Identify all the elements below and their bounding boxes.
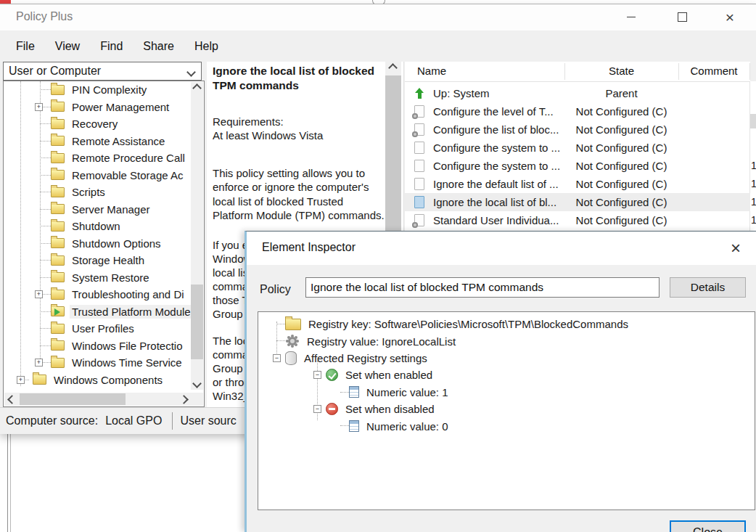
element-inspector-dialog: Element Inspector × Policy Details Regis…	[245, 231, 756, 532]
set-when-disabled-node[interactable]: Set when disabled	[258, 401, 755, 417]
collapse-icon[interactable]	[313, 371, 321, 379]
policy-page-icon	[414, 160, 424, 172]
user-source-label: User sourc	[180, 414, 236, 427]
registry-tree-panel: Registry key: Software\Policies\Microsof…	[258, 311, 755, 510]
folder-icon	[33, 375, 46, 385]
dialog-close-icon[interactable]: ×	[723, 236, 749, 261]
tree-item-removable-storage[interactable]: Removable Storage Ac	[4, 167, 192, 184]
tree-item-server-manager[interactable]: Server Manager	[4, 201, 192, 218]
folder-icon	[51, 136, 65, 146]
policy-gear-page-icon	[414, 105, 424, 118]
tree-item-troubleshooting[interactable]: Troubleshooting and Di	[4, 286, 192, 303]
tree-item-system-restore[interactable]: System Restore	[4, 269, 192, 287]
column-header-state[interactable]: State	[564, 65, 678, 77]
computer-source-label: Computer source:	[6, 414, 98, 427]
chevron-down-icon	[186, 67, 196, 77]
tree-item-windows-time-service[interactable]: Windows Time Service	[4, 354, 192, 372]
close-button[interactable]: ×	[714, 4, 746, 29]
folder-icon	[51, 340, 65, 351]
affected-settings-node[interactable]: Affected Registry settings	[258, 350, 755, 367]
scrollbar-corner	[190, 393, 203, 406]
expand-icon[interactable]	[35, 103, 43, 111]
menu-bar: File View Find Share Help	[0, 30, 756, 62]
scroll-left-icon[interactable]	[6, 393, 18, 406]
list-row[interactable]: Configure the level of T... Not Configur…	[405, 102, 749, 120]
menu-find[interactable]: Find	[90, 37, 133, 56]
expand-icon[interactable]	[35, 290, 43, 298]
current-folder-icon	[51, 306, 65, 316]
maximize-button[interactable]	[666, 4, 698, 29]
current-category-arrow-icon	[54, 308, 60, 316]
numeric-value-icon	[349, 420, 359, 432]
policy-page-icon-selected	[414, 196, 424, 208]
title-bar: Policy Plus ×	[0, 4, 756, 30]
computer-source-value: Local GPO	[105, 414, 162, 427]
background-window-edge	[7, 433, 11, 532]
tree-item-remote-procedure-call[interactable]: Remote Procedure Call	[4, 150, 192, 167]
column-header-comment[interactable]: Comment	[678, 65, 749, 77]
expand-icon[interactable]	[35, 359, 43, 367]
list-row[interactable]: Ignore the default list of ... Not Confi…	[405, 175, 749, 193]
list-row-up-system[interactable]: Up: System Parent	[405, 84, 749, 102]
scrollbar-thumb[interactable]	[191, 285, 203, 359]
requirements-value: At least Windows Vista	[213, 128, 385, 142]
details-button[interactable]: Details	[670, 277, 746, 298]
menu-help[interactable]: Help	[184, 37, 229, 56]
tree-item-scripts[interactable]: Scripts	[4, 184, 192, 201]
menu-file[interactable]: File	[6, 37, 45, 56]
list-row[interactable]: Configure the system to ... Not Configur…	[405, 157, 749, 175]
expand-icon[interactable]	[17, 376, 25, 384]
tree-item-storage-health[interactable]: Storage Health	[4, 252, 192, 269]
tree-item-remote-assistance[interactable]: Remote Assistance	[4, 133, 192, 150]
dialog-close-button[interactable]: Close	[670, 520, 746, 532]
maximize-icon	[678, 12, 687, 22]
policy-title: Ignore the local list of blocked TPM com…	[213, 64, 385, 92]
menu-view[interactable]: View	[45, 37, 90, 56]
minimize-icon	[627, 17, 636, 17]
scroll-down-icon[interactable]	[191, 377, 203, 390]
policy-page-icon	[414, 142, 424, 154]
tree-item-user-profiles[interactable]: User Profiles	[4, 320, 192, 337]
tree-horizontal-scrollbar[interactable]	[4, 393, 192, 406]
up-arrow-icon	[414, 88, 425, 99]
tree-item-shutdown[interactable]: Shutdown	[4, 218, 192, 235]
policy-field-label: Policy	[260, 283, 291, 296]
category-tree: PIN Complexity Power Management Recovery…	[4, 81, 192, 390]
collapse-icon[interactable]	[313, 405, 321, 413]
scroll-right-icon[interactable]	[178, 393, 190, 406]
tree-item-trusted-platform-module[interactable]: Trusted Platform Module	[4, 303, 192, 321]
folder-icon	[51, 221, 65, 232]
scroll-up-icon[interactable]	[387, 62, 399, 74]
numeric-value-node[interactable]: Numeric value: 0	[258, 417, 755, 434]
dialog-title: Element Inspector	[262, 241, 356, 254]
set-when-enabled-node[interactable]: Set when enabled	[258, 367, 755, 383]
tree-item-power-management[interactable]: Power Management	[4, 99, 192, 116]
numeric-value-icon	[349, 386, 359, 398]
folder-icon	[51, 170, 65, 180]
policy-name-field[interactable]	[305, 277, 660, 298]
tree-vertical-scrollbar[interactable]	[191, 82, 203, 390]
folder-icon	[51, 102, 65, 112]
registry-value-node[interactable]: Registry value: IgnoreLocalList	[258, 332, 755, 349]
tree-item-recovery[interactable]: Recovery	[4, 115, 192, 133]
collapse-icon[interactable]	[273, 354, 281, 362]
list-row[interactable]: Configure the list of bloc... Not Config…	[405, 120, 749, 139]
menu-share[interactable]: Share	[133, 37, 184, 56]
list-row[interactable]: Configure the system to ... Not Configur…	[405, 139, 749, 157]
minimize-button[interactable]	[615, 4, 647, 29]
tree-item-windows-components[interactable]: Windows Components	[4, 372, 192, 389]
scroll-up-icon[interactable]	[191, 82, 203, 94]
list-row-selected[interactable]: Ignore the local list of bl... Not Confi…	[405, 193, 756, 211]
tree-item-pin-complexity[interactable]: PIN Complexity	[4, 81, 192, 99]
list-row[interactable]: Standard User Individua... Not Configure…	[405, 211, 749, 229]
section-dropdown[interactable]: User or Computer	[3, 62, 202, 81]
scrollbar-thumb[interactable]	[20, 393, 126, 405]
tree-item-windows-file-protection[interactable]: Windows File Protectio	[4, 337, 192, 355]
column-header-name[interactable]: Name	[417, 65, 446, 77]
registry-key-node[interactable]: Registry key: Software\Policies\Microsof…	[258, 316, 755, 332]
registry-settings-database-icon	[285, 351, 297, 365]
policy-gear-page-icon	[414, 123, 424, 136]
tree-item-shutdown-options[interactable]: Shutdown Options	[4, 235, 192, 253]
numeric-value-node[interactable]: Numeric value: 1	[258, 384, 755, 401]
requirements-label: Requirements:	[213, 115, 385, 128]
